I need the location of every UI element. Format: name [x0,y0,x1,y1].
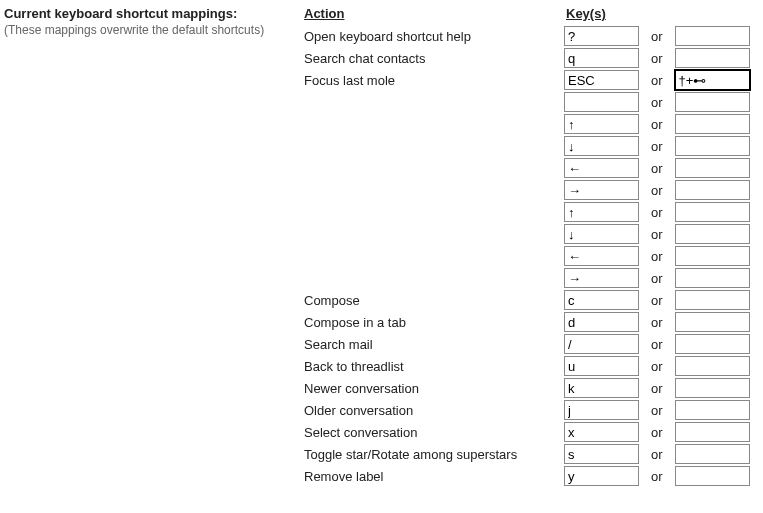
key1-input[interactable] [564,290,639,310]
shortcut-row: or [304,113,750,135]
col-header-action: Action [304,6,564,25]
key1-cell [564,267,639,289]
shortcut-row: or [304,91,750,113]
or-label: or [639,421,675,443]
key2-cell [675,245,750,267]
key1-cell [564,135,639,157]
key2-cell [675,223,750,245]
key2-input[interactable] [675,334,750,354]
key2-input[interactable] [675,378,750,398]
key2-input[interactable] [675,136,750,156]
key1-input[interactable] [564,334,639,354]
or-label: or [639,201,675,223]
key2-input[interactable] [675,290,750,310]
key1-input[interactable] [564,378,639,398]
key2-input[interactable] [675,268,750,288]
key1-input[interactable] [564,312,639,332]
key2-cell [675,311,750,333]
action-label: Focus last mole [304,69,564,91]
key1-input[interactable] [564,400,639,420]
key2-input[interactable] [675,312,750,332]
key1-input[interactable] [564,466,639,486]
shortcut-row: Back to threadlistor [304,355,750,377]
key2-cell [675,201,750,223]
or-label: or [639,465,675,487]
or-label: or [639,25,675,47]
or-label: or [639,399,675,421]
action-label [304,267,564,289]
key1-cell [564,333,639,355]
key2-cell [675,25,750,47]
key2-input[interactable] [675,224,750,244]
key2-cell [675,377,750,399]
key1-input[interactable] [564,444,639,464]
key1-input[interactable] [564,114,639,134]
key2-cell [675,421,750,443]
shortcut-table: Action Key(s) Open keyboard shortcut hel… [304,6,750,487]
key2-input[interactable] [675,356,750,376]
action-label [304,135,564,157]
action-label [304,223,564,245]
or-label: or [639,113,675,135]
key2-input[interactable] [675,422,750,442]
key2-input[interactable] [675,158,750,178]
action-label: Search mail [304,333,564,355]
or-label: or [639,355,675,377]
key2-cell [675,399,750,421]
key1-input[interactable] [564,26,639,46]
shortcut-row: Search chat contactsor [304,47,750,69]
key1-input[interactable] [564,422,639,442]
or-label: or [639,311,675,333]
or-label: or [639,179,675,201]
shortcut-row: Older conversationor [304,399,750,421]
key1-input[interactable] [564,268,639,288]
key1-input[interactable] [564,202,639,222]
shortcut-row: Newer conversationor [304,377,750,399]
shortcut-row: or [304,135,750,157]
key2-input[interactable] [675,466,750,486]
shortcut-settings-panel: Current keyboard shortcut mappings: (The… [0,0,763,493]
key1-cell [564,113,639,135]
key2-cell [675,47,750,69]
key1-cell [564,245,639,267]
key1-cell [564,421,639,443]
key2-input[interactable] [675,114,750,134]
col-header-keys: Key(s) [564,6,750,25]
shortcut-row: Compose in a tabor [304,311,750,333]
action-label [304,201,564,223]
key1-input[interactable] [564,48,639,68]
action-label: Compose in a tab [304,311,564,333]
or-label: or [639,443,675,465]
key2-input[interactable] [675,444,750,464]
shortcut-row: Open keyboard shortcut helpor [304,25,750,47]
key2-input[interactable] [675,202,750,222]
key1-cell [564,443,639,465]
key2-cell [675,113,750,135]
key1-cell [564,69,639,91]
shortcut-row: or [304,201,750,223]
shortcut-row: or [304,179,750,201]
key2-input[interactable] [675,400,750,420]
or-label: or [639,289,675,311]
or-label: or [639,377,675,399]
key1-input[interactable] [564,224,639,244]
key2-input[interactable] [675,180,750,200]
shortcut-row: Composeor [304,289,750,311]
shortcut-row: or [304,157,750,179]
key1-cell [564,377,639,399]
key1-input[interactable] [564,180,639,200]
key1-input[interactable] [564,92,639,112]
key2-input[interactable] [675,70,750,90]
key1-cell [564,47,639,69]
section-subtitle: (These mappings overwrite the default sh… [4,23,304,37]
key1-input[interactable] [564,158,639,178]
shortcut-row: Search mailor [304,333,750,355]
key1-input[interactable] [564,246,639,266]
key2-input[interactable] [675,246,750,266]
key1-input[interactable] [564,136,639,156]
key1-input[interactable] [564,356,639,376]
key2-input[interactable] [675,26,750,46]
key2-input[interactable] [675,92,750,112]
key2-input[interactable] [675,48,750,68]
key1-input[interactable] [564,70,639,90]
